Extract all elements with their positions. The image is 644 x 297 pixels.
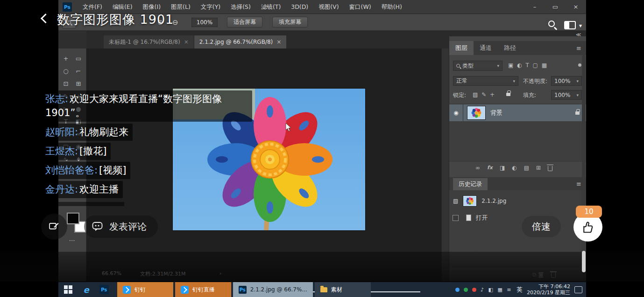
tab-untitled-1[interactable]: 未标题-1 @ 16.7%(RGB/8) × (104, 35, 194, 48)
search-button[interactable] (548, 21, 555, 27)
fit-screen-button[interactable]: 适合屏幕 (227, 17, 262, 28)
menu-select[interactable]: 选择(S) (226, 0, 256, 14)
chevron-down-icon[interactable]: ▾ (579, 22, 582, 29)
layer-visibility-eye-icon[interactable]: ◉ (449, 104, 463, 121)
photoshop-taskbar-icon[interactable]: Ps (99, 285, 109, 294)
blend-mode-select[interactable]: 正常 ▾ (453, 76, 518, 86)
foreground-color-swatch[interactable] (67, 213, 79, 224)
panel-menu-icon[interactable]: ≡ (576, 180, 581, 187)
menu-type[interactable]: 文字(Y) (196, 0, 226, 14)
taskbar-button-label: 钉钉 (134, 286, 146, 294)
photoshop-logo-icon: Ps (63, 2, 72, 12)
panel-tab-bar: 图层 通道 路径 ≡ (449, 41, 586, 55)
layer-row-background[interactable]: ◉ 背景 (449, 104, 586, 121)
taskbar-button-label: 2.1.2.jpg @ 66.7%... (250, 286, 307, 293)
taskbar-button-label: 钉钉直播 (192, 286, 215, 294)
chevron-down-icon: ▾ (576, 79, 579, 83)
search-icon (548, 21, 555, 27)
layer-mask-icon[interactable]: ◨ (500, 165, 505, 171)
thumbs-up-icon (581, 220, 595, 234)
layer-filter-icons[interactable]: ▣ ◐ T ▢ ▦ (508, 62, 548, 69)
tray-icons[interactable]: ♪ ◧ ▦ ≡ (481, 287, 513, 293)
taskbar-dingtalk-button[interactable]: 钉钉 (117, 282, 173, 297)
tab-history[interactable]: 历史记录 (453, 178, 488, 190)
chat-text: 欢迎主播 (79, 184, 119, 195)
pen-square-icon (49, 221, 60, 232)
lock-all-icon[interactable] (506, 93, 510, 96)
tab-212-jpg[interactable]: 2.1.2.jpg @ 66.7%(RGB/8) × (194, 35, 287, 48)
ps-right-panels: 图层 通道 路径 ≡ 类型 ▾ ▣ ◐ T ▢ ▦ 正常 ▾ 不透明度: 100… (449, 36, 586, 282)
fill-input[interactable]: 100% ▾ (551, 90, 582, 100)
panel-menu-icon[interactable]: ≡ (576, 45, 581, 52)
history-item-label: 打开 (476, 214, 488, 222)
video-title: 数字图形图像 1901 (57, 11, 174, 28)
adjustment-layer-icon[interactable]: ◐ (512, 165, 517, 171)
taskbar-dingtalk-live-button[interactable]: 钉钉直播 (175, 282, 231, 297)
history-snapshot-row[interactable]: ▧ 2.1.2.jpg (449, 194, 586, 208)
close-tab-icon[interactable]: × (184, 39, 189, 45)
internet-explorer-icon[interactable]: e (84, 285, 89, 295)
zoom-percent-input[interactable]: 100% (191, 18, 218, 27)
photoshop-icon: Ps (239, 286, 247, 294)
tab-channels[interactable]: 通道 (474, 41, 498, 55)
tab-layers[interactable]: 图层 (449, 41, 474, 55)
comment-settings-button[interactable] (41, 214, 67, 240)
system-tray: ♪ ◧ ▦ ≡ 英 下午 7:06:42 2020/2/19 星期三 (455, 283, 582, 296)
layer-filter-dropdown[interactable]: 类型 ▾ (453, 61, 502, 71)
document-icon (466, 214, 471, 221)
tab-label: 2.1.2.jpg @ 66.7%(RGB/8) (199, 39, 273, 45)
opacity-input[interactable]: 100% ▾ (551, 76, 582, 86)
panel-scrollbar-thumb[interactable] (582, 251, 586, 272)
tab-paths[interactable]: 路径 (498, 41, 522, 55)
fill-screen-button[interactable]: 填充屏幕 (272, 17, 308, 28)
input-method-indicator[interactable]: 英 (517, 286, 523, 294)
filter-toggle-icon[interactable] (578, 63, 581, 67)
minimize-button[interactable]: – (524, 0, 545, 14)
panel-toggle-button[interactable] (564, 21, 576, 29)
history-brush-source-icon[interactable]: ▧ (453, 198, 458, 204)
tray-app-icon-blue[interactable] (455, 288, 460, 292)
playback-speed-button[interactable]: 倍速 (522, 216, 561, 237)
window-controls: – ▭ × (524, 0, 586, 14)
menu-window[interactable]: 窗口(W) (344, 0, 376, 14)
tray-app-icon-red[interactable] (472, 288, 476, 292)
panel-toggle-icon (564, 21, 576, 29)
windows-taskbar: e Ps 钉钉 钉钉直播 Ps 2.1.2.jpg @ 66.7%... 素材 (58, 282, 586, 297)
new-layer-icon[interactable]: ⊞ (536, 165, 541, 171)
layer-group-icon[interactable]: ▤ (524, 165, 529, 171)
live-chat-overlay: 张志:欢迎大家来观看直播“数字图形图像1901”。 赵昕阳:礼物刷起来 王煜杰:… (41, 90, 261, 200)
history-step-row[interactable]: 打开 (449, 211, 586, 225)
close-tab-icon[interactable]: × (276, 39, 281, 45)
close-button[interactable]: × (566, 0, 586, 14)
chat-username: 刘恺怡爸爸: (45, 165, 98, 176)
menu-filter[interactable]: 滤镜(T) (256, 0, 286, 14)
layer-thumbnail (467, 106, 486, 120)
menu-view[interactable]: 视图(V) (313, 0, 344, 14)
lock-option-icons[interactable]: ▨ ✎ + (473, 91, 495, 98)
tray-app-icon-green[interactable] (464, 288, 468, 292)
notification-center-icon[interactable] (574, 286, 582, 293)
chat-message: 刘恺怡爸爸:[视频] (41, 162, 130, 179)
link-layers-icon[interactable]: ∞ (475, 165, 480, 171)
comment-input-button[interactable]: 发表评论 (84, 215, 158, 238)
fill-label: 填充: (523, 91, 536, 99)
windows-start-icon[interactable] (64, 285, 72, 294)
chat-message-clipped (41, 202, 124, 206)
taskbar-photoshop-doc-button[interactable]: Ps 2.1.2.jpg @ 66.7%... (233, 282, 313, 297)
taskbar-folder-button[interactable]: 素材 (315, 282, 371, 297)
history-checkbox[interactable] (453, 215, 459, 221)
menu-help[interactable]: 帮助(H) (376, 0, 407, 14)
chevron-down-icon: ▾ (576, 93, 579, 97)
blend-mode-value: 正常 (456, 77, 467, 85)
chat-text: 欢迎大家来观看直播“数字图形图像1901”。 (45, 93, 222, 118)
more-tools-icon[interactable]: ⋯ (58, 237, 85, 244)
player-control-bar: 00:06:38 01:04:46 (0, 252, 644, 282)
layer-effects-icon[interactable]: fx (487, 165, 493, 171)
back-button[interactable] (42, 15, 49, 22)
chat-text: 礼物刷起来 (79, 126, 128, 138)
dingtalk-live-icon (181, 286, 189, 294)
menu-3d[interactable]: 3D(D) (286, 0, 313, 14)
restore-button[interactable]: ▭ (545, 0, 566, 14)
taskbar-clock[interactable]: 下午 7:06:42 2020/2/19 星期三 (527, 283, 570, 296)
delete-layer-icon[interactable] (548, 166, 552, 171)
